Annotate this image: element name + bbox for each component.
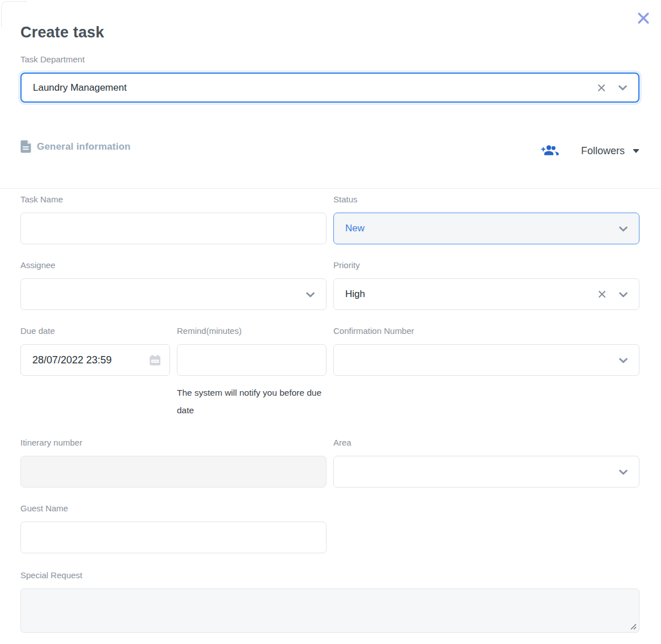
guest-name-label: Guest Name [20,503,327,514]
add-followers-icon[interactable] [540,143,560,158]
chevron-down-icon[interactable] [616,81,629,94]
area-select[interactable] [333,456,639,488]
chevron-down-icon[interactable] [617,288,630,301]
guest-name-input[interactable] [20,522,327,553]
confirmation-number-select[interactable] [333,344,639,376]
group-add-glyph [541,143,559,157]
clear-icon[interactable] [596,289,608,300]
status-label: Status [333,194,639,205]
page-title: Create task [20,24,639,41]
remind-label: Remind(minutes) [177,326,327,336]
create-task-modal: Create task Task Department Laundry Mana… [0,24,661,633]
resize-handle[interactable] [630,624,637,630]
due-date-value: 28/07/2022 23:59 [32,354,149,366]
calendar-icon[interactable] [149,354,162,367]
followers-label: Followers [581,145,625,157]
priority-label: Priority [333,260,639,270]
status-select[interactable]: New [333,213,639,244]
task-name-input[interactable] [20,213,327,244]
assignee-label: Assignee [20,260,327,270]
section-title: General information [37,141,130,152]
close-x-glyph [636,11,651,26]
itinerary-number-label: Itinerary number [20,438,327,448]
task-department-value: Laundry Management [33,82,591,94]
chevron-down-icon[interactable] [304,288,317,301]
chevron-down-icon[interactable] [617,222,630,235]
due-date-input[interactable]: 28/07/2022 23:59 [20,344,170,376]
remind-helper-text: The system will notify you before due da… [177,384,327,419]
followers-dropdown[interactable]: Followers [581,145,639,157]
task-department-select[interactable]: Laundry Management [20,73,639,103]
document-icon [20,140,31,153]
remind-input[interactable] [177,344,327,376]
itinerary-number-input [20,456,327,488]
section-divider [0,188,661,189]
special-request-label: Special Request [20,570,639,581]
due-date-label: Due date [20,326,170,336]
task-name-label: Task Name [20,194,327,205]
priority-value: High [345,289,592,300]
close-icon[interactable] [635,10,652,27]
confirmation-number-label: Confirmation Number [333,326,639,336]
chevron-down-icon[interactable] [617,465,630,478]
chevron-down-icon[interactable] [617,354,630,367]
special-request-textarea[interactable] [20,588,639,633]
priority-select[interactable]: High [333,278,639,310]
caret-down-icon [633,149,639,153]
clear-icon[interactable] [596,82,607,94]
status-value: New [345,223,612,234]
assignee-select[interactable] [20,278,327,310]
area-label: Area [333,438,639,448]
task-department-label: Task Department [20,54,639,65]
